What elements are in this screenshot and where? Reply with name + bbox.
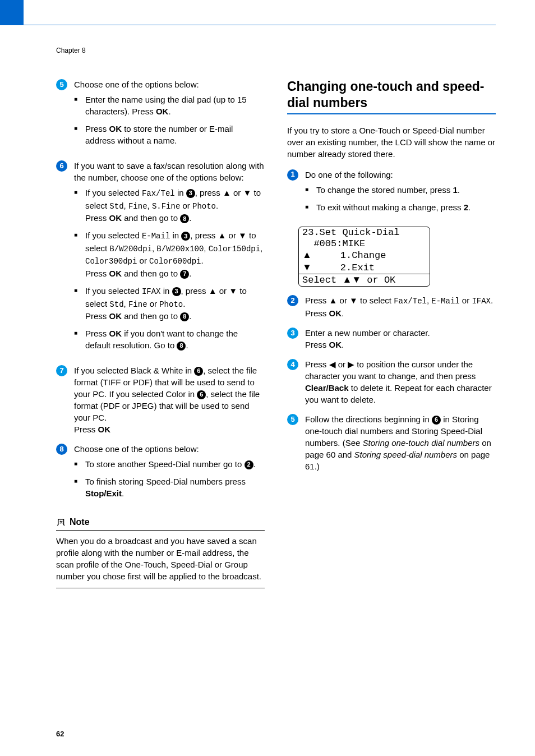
- up-arrow-icon: ▲: [302, 250, 312, 260]
- section-underline: [287, 113, 496, 114]
- r-step-4: 4 Press ◀ or ▶ to position the cursor un…: [287, 358, 496, 405]
- r-step-2: 2 Press ▲ or ▼ to select Fax/Tel, E-Mail…: [287, 294, 496, 319]
- ref-3-icon: 3: [172, 287, 181, 296]
- lcd-line1: 23.Set Quick-Dial: [299, 227, 430, 238]
- step8-intro: Choose one of the options below:: [74, 443, 265, 455]
- r-step-badge-5: 5: [287, 414, 298, 425]
- lcd-line2: #005:MIKE: [299, 238, 430, 250]
- note-title: Note: [70, 516, 90, 528]
- chapter-label: Chapter 8: [56, 46, 86, 56]
- step5-intro: Choose one of the options below:: [74, 79, 265, 90]
- lcd-line3: ▲ 1.Change: [299, 250, 430, 261]
- step-badge-6: 6: [56, 160, 67, 172]
- step6-bullet2: If you selected E-Mail in 3, press ▲ or …: [74, 229, 265, 279]
- r-step-badge-2: 2: [287, 295, 298, 306]
- step-7: 7 If you selected Black & White in 6, se…: [56, 365, 265, 435]
- note-section: Note When you do a broadcast and you hav…: [56, 516, 265, 588]
- note-header: Note: [56, 516, 265, 530]
- side-tab: [0, 0, 24, 25]
- ref-8-icon: 8: [180, 214, 189, 223]
- r-step-badge-1: 1: [287, 169, 298, 181]
- up-arrow-icon: ▲: [209, 286, 217, 296]
- step5-bullet1: Enter the name using the dial pad (up to…: [74, 94, 265, 117]
- step-6: 6 If you want to save a fax/scan resolut…: [56, 160, 265, 357]
- step6-bullet4: Press OK if you don't want to change the…: [74, 328, 265, 351]
- r-step-badge-4: 4: [287, 359, 298, 370]
- step6-intro: If you want to save a fax/scan resolutio…: [74, 160, 265, 183]
- ref-7-icon: 7: [180, 270, 189, 279]
- lcd-footer: Select ▲▼ or OK: [299, 274, 430, 286]
- up-arrow-icon: ▲: [223, 188, 231, 197]
- down-arrow-icon: ▼: [229, 286, 237, 296]
- step6-bullet1: If you selected Fax/Tel in 3, press ▲ or…: [74, 187, 265, 224]
- step-8: 8 Choose one of the options below: To st…: [56, 443, 265, 505]
- lcd-line4: ▼ 2.Exit: [299, 262, 430, 274]
- up-arrow-icon: ▲: [329, 296, 338, 305]
- note-end-rule: [56, 588, 265, 588]
- r-step1-intro: Do one of the following:: [305, 169, 496, 181]
- up-arrow-icon: ▲: [342, 274, 352, 285]
- down-arrow-icon: ▼: [349, 296, 358, 305]
- r-step-3: 3 Enter a new number or character. Press…: [287, 327, 496, 351]
- left-column: 5 Choose one of the options below: Enter…: [56, 79, 265, 597]
- ref-3-icon: 3: [186, 189, 195, 198]
- r-step-badge-3: 3: [287, 328, 298, 339]
- step8-bullet1: To store another Speed-Dial number go to…: [74, 458, 265, 470]
- step-5: 5 Choose one of the options below: Enter…: [56, 79, 265, 152]
- step8-bullet2: To finish storing Speed-Dial numbers pre…: [74, 476, 265, 499]
- content-area: 5 Choose one of the options below: Enter…: [0, 0, 535, 614]
- step6-bullet3: If you selected IFAX in 3, press ▲ or ▼ …: [74, 285, 265, 322]
- ref-6-icon: 6: [197, 390, 206, 399]
- step-badge-5: 5: [56, 79, 67, 90]
- ref-3-icon: 3: [181, 232, 190, 241]
- r-step-1: 1 Do one of the following: To change the…: [287, 169, 496, 219]
- ref-6-icon: 6: [432, 416, 441, 425]
- right-column: Changing one-touch and speed-dial number…: [287, 79, 496, 597]
- up-arrow-icon: ▲: [218, 231, 227, 240]
- down-arrow-icon: ▼: [238, 231, 247, 240]
- down-arrow-icon: ▼: [243, 188, 251, 197]
- r-step1-bullet1: To change the stored number, press 1.: [305, 184, 496, 196]
- down-arrow-icon: ▼: [302, 262, 312, 273]
- right-arrow-icon: ▶: [348, 359, 354, 369]
- ref-6-icon: 6: [194, 367, 203, 376]
- down-arrow-icon: ▼: [352, 274, 361, 285]
- ref-8-icon: 8: [177, 342, 186, 351]
- note-icon: [56, 517, 66, 527]
- section-title: Changing one-touch and speed-dial number…: [287, 79, 496, 111]
- r-step-5: 5 Follow the directions beginning in 6 i…: [287, 413, 496, 472]
- r-step1-bullet2: To exit without making a change, press 2…: [305, 201, 496, 213]
- left-arrow-icon: ◀: [329, 359, 336, 369]
- lcd-display: 23.Set Quick-Dial #005:MIKE ▲ 1.Change ▼…: [298, 227, 430, 287]
- header-rule: [24, 25, 496, 25]
- note-body: When you do a broadcast and you have sav…: [56, 535, 265, 582]
- ref-8-icon: 8: [180, 312, 189, 321]
- step5-bullet2: Press OK to store the number or E-mail a…: [74, 123, 265, 146]
- step-badge-8: 8: [56, 444, 67, 455]
- step-badge-7: 7: [56, 365, 67, 376]
- ref-2-icon: 2: [245, 460, 253, 469]
- right-intro: If you try to store a One-Touch or Speed…: [287, 125, 496, 160]
